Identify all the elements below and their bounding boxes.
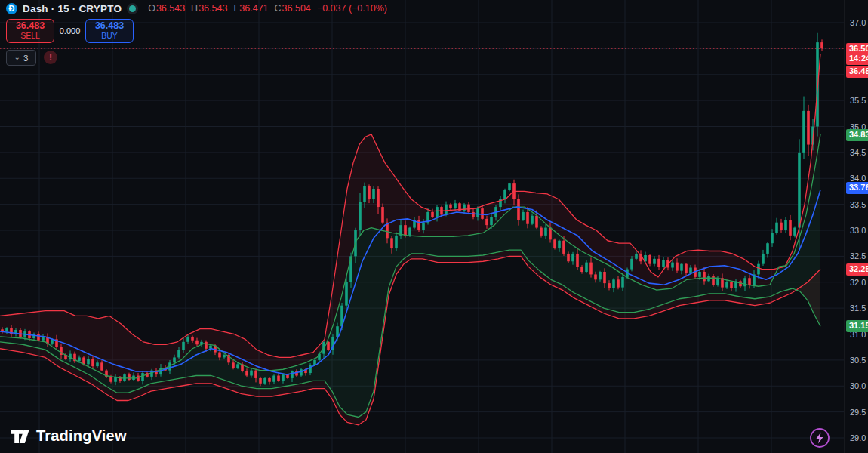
open-label: O [148,3,155,14]
buy-label: BUY [101,31,118,41]
indicator-error-icon[interactable]: ! [44,51,57,64]
axis-label: 30.5 [850,355,866,365]
sell-button[interactable]: 36.483 SELL [6,19,54,43]
price-badge-red-band-lower: 32.25 [846,263,868,276]
trade-panel: 36.483 SELL 0.000 36.483 BUY [6,19,134,43]
axis-label: 32.0 [850,277,866,288]
symbol-title[interactable]: Dash · 15 · CRYPTO [23,3,122,14]
axis-label: 31.5 [850,303,866,313]
tradingview-mark-icon [11,428,30,445]
axis-label: 35.5 [850,95,866,106]
axis-label: 29.5 [850,407,866,418]
indicator-count: 3 [23,54,28,63]
change-value: −0.037 (−0.10%) [317,3,387,14]
high-label: H [191,3,198,14]
price-badge-basis: 33.76 [846,182,868,194]
chevron-down-icon: ⌄ [14,53,20,61]
symbol-header: Ð Dash · 15 · CRYPTO O36.543 H36.543 L36… [6,2,387,15]
axis-label: 34.5 [850,147,866,158]
axis-label: 32.5 [850,251,866,261]
upper-red-band-fill [0,54,820,378]
spread-value: 0.000 [54,26,85,35]
axis-label: 29.0 [850,433,866,443]
tradingview-logo-text: TradingView [36,427,127,445]
countdown-timer: 14:24 [849,54,868,63]
price-badge-order-price: 36.483 [846,66,868,78]
price-badge-green-band-lower: 31.15 [846,320,868,332]
dash-logo-icon: Ð [6,3,17,14]
axis-label: 37.0 [850,17,866,28]
lightning-fab-button[interactable] [809,427,830,448]
buy-button[interactable]: 36.483 BUY [85,19,134,43]
market-status-icon[interactable] [127,3,138,14]
buy-price: 36.483 [95,21,124,31]
open-value: 36.543 [156,3,185,14]
low-label: L [233,3,239,14]
close-label: C [275,3,282,14]
axis-label: 33.0 [850,225,866,236]
price-badge-last-price-countdown: 36.50414:24 [846,43,868,65]
sell-label: SELL [20,31,40,41]
legend-collapsed-chip[interactable]: ⌄ 3 [6,50,36,66]
price-chart[interactable] [0,0,844,453]
low-value: 36.471 [239,3,268,14]
ohlc-readout: O36.543 H36.543 L36.471 C36.504 −0.037 (… [148,3,387,14]
high-value: 36.543 [199,3,227,14]
sell-price: 36.483 [16,21,45,31]
chart-window: 37.036.536.035.535.034.534.033.533.032.5… [0,0,868,453]
close-value: 36.504 [282,3,311,14]
axis-label: 33.5 [850,199,866,210]
price-badge-green-band-upper: 34.83 [846,129,868,141]
axis-label: 30.0 [850,381,866,391]
price-axis[interactable]: 37.036.536.035.535.034.534.033.533.032.5… [844,0,868,453]
tradingview-logo[interactable]: TradingView [11,427,127,445]
